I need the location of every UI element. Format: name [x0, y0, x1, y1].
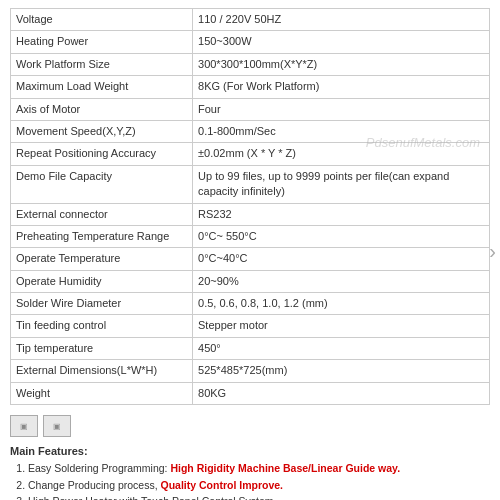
- spec-label: Voltage: [11, 9, 193, 31]
- table-row: External Dimensions(L*W*H)525*485*725(mm…: [11, 360, 490, 382]
- table-row: Operate Humidity20~90%: [11, 270, 490, 292]
- table-row: Solder Wire Diameter0.5, 0.6, 0.8, 1.0, …: [11, 293, 490, 315]
- spec-value: RS232: [193, 203, 490, 225]
- feature-item: Change Producing process, Quality Contro…: [28, 478, 490, 493]
- spec-label: Preheating Temperature Range: [11, 225, 193, 247]
- spec-label: Tin feeding control: [11, 315, 193, 337]
- feature-item: High Power Heater with Touch Panel Contr…: [28, 494, 490, 500]
- spec-value: 110 / 220V 50HZ: [193, 9, 490, 31]
- spec-label: Solder Wire Diameter: [11, 293, 193, 315]
- spec-value: 0°C~ 550°C: [193, 225, 490, 247]
- spec-value: 20~90%: [193, 270, 490, 292]
- spec-label: Heating Power: [11, 31, 193, 53]
- spec-label: Operate Temperature: [11, 248, 193, 270]
- spec-value: 0°C~40°C: [193, 248, 490, 270]
- spec-value: 80KG: [193, 382, 490, 404]
- spec-value: 0.1-800mm/Sec: [193, 120, 490, 142]
- spec-label: Work Platform Size: [11, 53, 193, 75]
- features-list: Easy Soldering Programming: High Rigidit…: [10, 461, 490, 500]
- table-row: External connectorRS232: [11, 203, 490, 225]
- thumbnail-1: ▣: [10, 415, 38, 437]
- spec-label: External connector: [11, 203, 193, 225]
- spec-label: Axis of Motor: [11, 98, 193, 120]
- spec-label: Maximum Load Weight: [11, 76, 193, 98]
- image-thumbnails: ▣ ▣: [10, 415, 490, 437]
- spec-value: Up to 99 files, up to 9999 points per fi…: [193, 165, 490, 203]
- spec-value: 150~300W: [193, 31, 490, 53]
- table-row: Tin feeding controlStepper motor: [11, 315, 490, 337]
- highlight-text: High Rigidity Machine Base/Linear Guide …: [170, 462, 400, 474]
- spec-value: 525*485*725(mm): [193, 360, 490, 382]
- spec-value: ±0.02mm (X * Y * Z): [193, 143, 490, 165]
- feature-item: Easy Soldering Programming: High Rigidit…: [28, 461, 490, 476]
- spec-label: Weight: [11, 382, 193, 404]
- highlight-text: Quality Control Improve.: [161, 479, 284, 491]
- table-row: Heating Power150~300W: [11, 31, 490, 53]
- spec-label: Demo File Capacity: [11, 165, 193, 203]
- spec-label: External Dimensions(L*W*H): [11, 360, 193, 382]
- table-row: Movement Speed(X,Y,Z)0.1-800mm/Sec: [11, 120, 490, 142]
- table-row: Maximum Load Weight8KG (For Work Platfor…: [11, 76, 490, 98]
- table-row: Operate Temperature0°C~40°C: [11, 248, 490, 270]
- table-row: Demo File CapacityUp to 99 files, up to …: [11, 165, 490, 203]
- specs-table: Voltage110 / 220V 50HZHeating Power150~3…: [10, 8, 490, 405]
- table-row: Weight80KG: [11, 382, 490, 404]
- spec-label: Repeat Positioning Accuracy: [11, 143, 193, 165]
- spec-label: Movement Speed(X,Y,Z): [11, 120, 193, 142]
- table-row: Repeat Positioning Accuracy±0.02mm (X * …: [11, 143, 490, 165]
- spec-value: 300*300*100mm(X*Y*Z): [193, 53, 490, 75]
- spec-label: Tip temperature: [11, 337, 193, 359]
- spec-value: 8KG (For Work Platform): [193, 76, 490, 98]
- table-row: Tip temperature450°: [11, 337, 490, 359]
- spec-value: Four: [193, 98, 490, 120]
- nav-arrow-right[interactable]: ›: [489, 240, 496, 263]
- features-section: Main Features: Easy Soldering Programmin…: [10, 445, 490, 500]
- spec-value: 0.5, 0.6, 0.8, 1.0, 1.2 (mm): [193, 293, 490, 315]
- table-row: Axis of MotorFour: [11, 98, 490, 120]
- table-row: Preheating Temperature Range0°C~ 550°C: [11, 225, 490, 247]
- spec-value: 450°: [193, 337, 490, 359]
- spec-value: Stepper motor: [193, 315, 490, 337]
- table-row: Work Platform Size300*300*100mm(X*Y*Z): [11, 53, 490, 75]
- thumbnail-2: ▣: [43, 415, 71, 437]
- features-title: Main Features:: [10, 445, 490, 457]
- table-row: Voltage110 / 220V 50HZ: [11, 9, 490, 31]
- spec-label: Operate Humidity: [11, 270, 193, 292]
